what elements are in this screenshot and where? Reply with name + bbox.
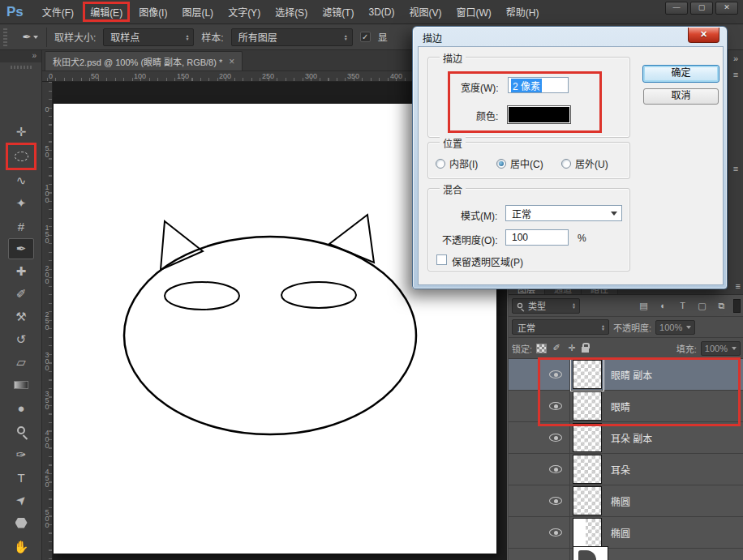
ok-button[interactable]: 确定 bbox=[642, 65, 719, 83]
filter-adjustment-layers-icon[interactable]: ◐ bbox=[655, 299, 671, 313]
menu-layer[interactable]: 图层(L) bbox=[174, 2, 221, 22]
opacity-value-select[interactable]: 100% bbox=[655, 320, 695, 335]
eyedropper-preset-chip[interactable]: ✒ bbox=[18, 28, 47, 47]
close-button[interactable]: ✕ bbox=[715, 2, 738, 15]
visibility-toggle[interactable] bbox=[509, 517, 570, 548]
show-sampling-ring-checkbox[interactable]: ✓ bbox=[360, 32, 371, 42]
lock-all-icon[interactable] bbox=[582, 347, 589, 353]
dialog-opacity-input[interactable]: 100 bbox=[505, 229, 569, 246]
history-brush-tool[interactable]: ↺ bbox=[8, 329, 34, 350]
eyedropper-tool[interactable]: ✒ bbox=[8, 238, 34, 259]
visibility-toggle[interactable] bbox=[509, 485, 570, 516]
shape-tool[interactable] bbox=[8, 512, 34, 533]
ruler-label: 350 bbox=[43, 390, 51, 409]
path-select-tool[interactable]: ➤ bbox=[8, 489, 34, 511]
document-tab[interactable]: 秋田犬2.psd @ 100% (眼睛 副本, RGB/8) * × bbox=[45, 51, 243, 71]
menu-image[interactable]: 图像(I) bbox=[131, 2, 174, 22]
annotation-box-marquee-tool bbox=[6, 143, 37, 170]
menu-help[interactable]: 帮助(H) bbox=[499, 2, 547, 22]
fill-label: 填充: bbox=[676, 342, 697, 355]
blend-mode-select[interactable]: 正常 ▲▼ bbox=[512, 319, 609, 335]
radio-inside[interactable]: 内部(I) bbox=[436, 156, 478, 170]
move-tool[interactable]: ✛ bbox=[8, 122, 34, 143]
hand-tool[interactable]: ✋ bbox=[8, 536, 34, 558]
blend-mode-value: 正常 bbox=[512, 207, 531, 220]
layer-thumbnail[interactable] bbox=[573, 486, 602, 515]
filter-smart-objects-icon[interactable]: ⧉ bbox=[714, 299, 729, 313]
layer-thumbnail[interactable] bbox=[573, 423, 602, 452]
filter-shape-layers-icon[interactable]: ▢ bbox=[694, 299, 710, 313]
tab-close-icon[interactable]: × bbox=[229, 56, 234, 67]
radio-center[interactable]: 居中(C) bbox=[496, 156, 543, 170]
filter-toggle[interactable] bbox=[733, 299, 741, 313]
maximize-button[interactable]: ▢ bbox=[690, 2, 713, 15]
layer-thumbnail[interactable] bbox=[573, 546, 608, 560]
preserve-transparency-checkbox[interactable] bbox=[436, 254, 447, 265]
toolbox-expand-icon[interactable]: » bbox=[0, 50, 41, 62]
menu-select[interactable]: 选择(S) bbox=[268, 2, 315, 22]
stroke-group-label: 描边 bbox=[440, 51, 466, 65]
ruler-label: 400 bbox=[43, 429, 51, 448]
hand-tool-icon: ✋ bbox=[14, 540, 29, 554]
dialog-close-button[interactable]: ✕ bbox=[688, 28, 719, 43]
radio-center-label: 居中(C) bbox=[510, 156, 543, 170]
sample-layers-select[interactable]: 所有图层 ▲▼ bbox=[231, 28, 353, 46]
ruler-label: 250 bbox=[43, 310, 51, 330]
menu-3d[interactable]: 3D(D) bbox=[361, 3, 402, 21]
eye-icon bbox=[549, 434, 562, 442]
magic-wand-tool[interactable]: ✦ bbox=[8, 193, 34, 214]
visibility-toggle[interactable] bbox=[509, 549, 570, 560]
blur-tool[interactable]: ● bbox=[8, 397, 34, 418]
layer-row-ellipse-2[interactable]: 椭圆 bbox=[509, 517, 743, 549]
panel-menu-icon[interactable]: ≡ bbox=[728, 70, 743, 79]
brush-tool-icon: ✐ bbox=[16, 287, 27, 301]
layer-row-ears[interactable]: 耳朵 bbox=[509, 454, 743, 485]
eyedropper-tool-icon: ✒ bbox=[16, 242, 27, 256]
path-select-icon: ➤ bbox=[12, 491, 30, 509]
healing-brush-tool[interactable]: ✚ bbox=[8, 261, 34, 282]
filter-pixel-layers-icon[interactable]: ▤ bbox=[636, 299, 651, 313]
visibility-toggle[interactable] bbox=[509, 422, 570, 453]
dock-expand-icon[interactable]: » bbox=[728, 53, 743, 63]
menu-window[interactable]: 窗口(W) bbox=[449, 2, 498, 22]
pen-tool[interactable]: ✑ bbox=[8, 444, 34, 465]
panel-menu-icon[interactable]: ≡ bbox=[736, 281, 741, 291]
photoshop-logo: Ps bbox=[6, 4, 24, 20]
lasso-tool[interactable]: ∿ bbox=[8, 170, 34, 191]
minimize-button[interactable]: — bbox=[665, 2, 688, 15]
menu-view[interactable]: 视图(V) bbox=[402, 2, 449, 22]
layer-thumbnail[interactable] bbox=[573, 518, 602, 547]
clone-stamp-tool[interactable]: ⚒ bbox=[8, 306, 34, 327]
menu-filter[interactable]: 滤镜(T) bbox=[315, 2, 361, 22]
ruler-label: 100 bbox=[43, 183, 51, 203]
menu-type[interactable]: 文字(Y) bbox=[221, 2, 268, 22]
blend-mode-dropdown[interactable]: 正常 bbox=[505, 205, 622, 221]
filter-type-layers-icon[interactable]: T bbox=[675, 299, 690, 313]
spinner-icon: ▲▼ bbox=[572, 302, 576, 309]
visibility-toggle[interactable] bbox=[509, 454, 570, 485]
panel-menu-icon[interactable]: ≡ bbox=[728, 164, 743, 173]
brush-tool[interactable]: ✐ bbox=[8, 284, 34, 305]
layer-row-ears-copy[interactable]: 耳朵 副本 bbox=[509, 422, 743, 454]
type-tool[interactable]: T bbox=[8, 467, 34, 488]
layer-row-partial[interactable] bbox=[509, 549, 743, 560]
ruler-label: 150 bbox=[43, 224, 51, 243]
eye-icon bbox=[549, 497, 562, 505]
eraser-tool[interactable]: ▱ bbox=[8, 352, 34, 373]
menu-file[interactable]: 文件(F) bbox=[35, 2, 81, 22]
lock-pixels-icon[interactable]: ✐ bbox=[551, 341, 562, 355]
radio-outside[interactable]: 居外(U) bbox=[561, 156, 608, 170]
lock-transparency-icon[interactable] bbox=[536, 344, 547, 353]
layer-row-ellipse-1[interactable]: 椭圆 bbox=[509, 485, 743, 517]
lock-position-icon[interactable]: ✛ bbox=[566, 341, 578, 355]
cancel-button[interactable]: 取消 bbox=[643, 88, 719, 105]
mode-label: 模式(M): bbox=[461, 208, 497, 222]
crop-tool[interactable]: # bbox=[8, 216, 34, 237]
filter-type-select[interactable]: 类型 ▲▼ bbox=[512, 298, 580, 314]
dodge-tool[interactable] bbox=[8, 420, 34, 441]
gradient-tool[interactable] bbox=[8, 374, 34, 395]
layer-thumbnail[interactable] bbox=[573, 455, 602, 484]
fill-value-select[interactable]: 100% bbox=[701, 341, 741, 356]
sample-size-select[interactable]: 取样点 ▲▼ bbox=[103, 28, 194, 46]
menu-edit[interactable]: 编辑(E) bbox=[83, 2, 130, 22]
